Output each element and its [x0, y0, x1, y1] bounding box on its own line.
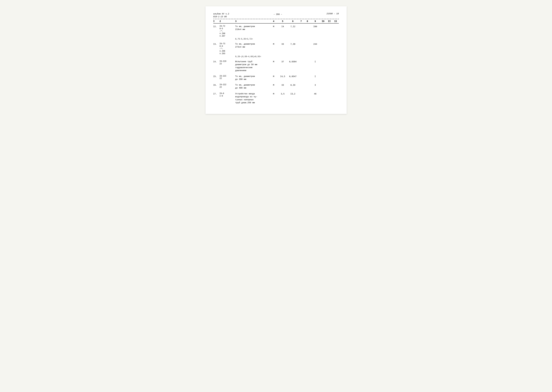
row-col7-12	[298, 25, 304, 25]
formula-row-12: 8,75–5,35+3,72=	[213, 38, 339, 41]
row-col10-17	[320, 92, 326, 93]
row-unit-13: М	[270, 43, 278, 46]
row-col5-13: 33	[278, 43, 288, 46]
row-col7-17	[298, 92, 304, 93]
row-col10-12	[320, 25, 326, 25]
row-col9-15: I	[310, 75, 320, 78]
col-header-7: 7	[298, 20, 304, 23]
row-col6-14: 0,0394	[288, 60, 298, 63]
row-num-15: I5.	[213, 75, 220, 78]
row-desc-13: То же, диаметром273х4 мм	[235, 43, 270, 49]
row-num-16: I6.	[213, 84, 220, 87]
row-col11-17	[326, 92, 332, 93]
table-row: I4. I6–21922 Испытание трубдиаметром до …	[213, 59, 339, 72]
row-desc-17: Устройство вводаводопровода из чу–гунных…	[235, 92, 270, 104]
row-desc-15: То же, диаметромдо 200 мм	[235, 75, 270, 81]
album-subtitle: 810-1-13 86	[213, 15, 229, 18]
row-col5-17: 3,5	[278, 92, 288, 96]
row-col5-14: 37	[278, 60, 288, 63]
row-code-16: I6–22222	[220, 84, 235, 89]
table-row: I2. I6–728–5–"–п.I90п.I87 То же, диаметр…	[213, 24, 339, 38]
formula-text-12: 8,75–5,35+3,72=	[235, 38, 253, 40]
row-col8-12	[304, 25, 310, 25]
table-body: I2. I6–728–5–"–п.I90п.I87 То же, диаметр…	[213, 24, 339, 105]
row-unit-15: М	[270, 75, 278, 78]
row-col12-12	[332, 25, 339, 25]
row-unit-16: М	[270, 84, 278, 87]
row-code-14: I6–21922	[220, 60, 235, 65]
header-area: альбом ХУ ч.2 810-1-13 86 – 268 – 21598 …	[213, 13, 339, 18]
row-col8-17	[304, 92, 310, 93]
col-header-1: I	[213, 20, 220, 23]
col-header-9: 9	[310, 20, 320, 23]
table-row: I5. I6–22I22 То же, диаметромдо 200 мм М…	[213, 73, 339, 81]
row-col9-12: I00	[310, 25, 320, 28]
table-row: I3. I6–738–6–"–п.I96п.I93 То же, диаметр…	[213, 41, 339, 55]
row-desc-14: Испытание трубдиаметром до 50 ммгидравли…	[235, 60, 270, 72]
row-unit-17: М	[270, 92, 278, 96]
row-desc-16: То же, диаметромдо 400 мм	[235, 84, 270, 90]
row-col12-17	[332, 92, 339, 93]
col-header-3: 3	[235, 20, 270, 23]
row-unit-14: М	[270, 60, 278, 63]
row-col9-13: 244	[310, 43, 320, 46]
table-row: I6. I6–22222 То же, диаметромдо 400 мм М…	[213, 82, 339, 90]
row-num-12: I2.	[213, 25, 220, 28]
row-code-13: I6–738–6–"–п.I96п.I93	[220, 43, 235, 55]
document-page: альбом ХУ ч.2 810-1-13 86 – 268 – 21598 …	[206, 6, 347, 114]
row-desc-12: То же, диаметром219х4 мм	[235, 25, 270, 31]
row-col6-13: 7,39	[288, 43, 298, 46]
col-header-2: 2	[220, 20, 235, 23]
row-col9-17: 46	[310, 92, 320, 96]
row-col9-14: I	[310, 60, 320, 63]
column-headers: I 2 3 4 5 6 7 8 9 IO II I2	[213, 19, 339, 24]
col-header-8: 8	[304, 20, 310, 23]
formula-text-13: 9,26–(6,69–4,68)х0,93=	[235, 56, 261, 58]
row-num-17: I7.	[213, 92, 220, 96]
col-header-4: 4	[270, 20, 278, 23]
page-number: – 268 –	[229, 13, 327, 15]
row-num-14: I4.	[213, 60, 220, 63]
table-row: I7. I6–8I–6 Устройство вводаводопровода …	[213, 91, 339, 105]
row-col5-15: I4,5	[278, 75, 288, 78]
row-col5-12: I4	[278, 25, 288, 28]
col-header-11: II	[326, 20, 332, 23]
row-col6-17: I3,2	[288, 92, 298, 96]
row-code-15: I6–22I22	[220, 75, 235, 80]
album-title: альбом ХУ ч.2	[213, 13, 229, 15]
col-header-10: IO	[320, 20, 326, 23]
row-num-13: I3.	[213, 43, 220, 46]
row-unit-12: М	[270, 25, 278, 28]
row-col9-16: 3	[310, 84, 320, 87]
row-code-12: I6–728–5–"–п.I90п.I87	[220, 25, 235, 37]
row-col6-12: 7,I2	[288, 25, 298, 28]
album-info: альбом ХУ ч.2 810-1-13 86	[213, 13, 229, 18]
formula-row-13: 9,26–(6,69–4,68)х0,93=	[213, 55, 339, 59]
row-code-17: I6–8I–6	[220, 92, 235, 97]
col-header-12: I2	[332, 20, 339, 23]
row-col6-15: 0,0547	[288, 75, 298, 78]
doc-number: 21598 - 18	[326, 13, 339, 15]
col-header-5: 5	[278, 20, 288, 23]
row-col11-12	[326, 25, 332, 25]
col-header-6: 6	[288, 20, 298, 23]
row-col6-16: 0,I0	[288, 84, 298, 87]
row-col5-16: 33	[278, 84, 288, 87]
